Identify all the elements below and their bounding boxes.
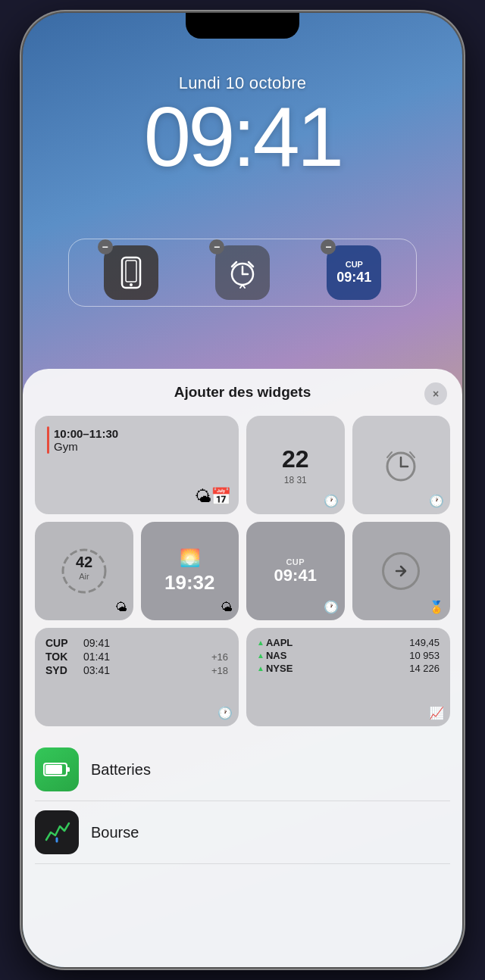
weather-icon-cal: 🌤 xyxy=(195,487,211,507)
wc-row-2: TOK 01:41 +16 xyxy=(45,651,228,663)
clock-icon-sm-3: 🕐 xyxy=(324,600,339,614)
svg-text:Air: Air xyxy=(79,572,89,581)
bourse-app-icon xyxy=(35,810,79,854)
weather-icon-air: 🌤 xyxy=(115,601,127,614)
world-clock-bar-widget[interactable]: − CUP 09:41 xyxy=(327,245,381,300)
wc-row-1: CUP 09:41 xyxy=(45,637,228,649)
triangle-3: ▲ xyxy=(257,664,264,673)
stock-val-3: 14 226 xyxy=(409,663,440,674)
stock-name-1: ▲AAPL xyxy=(257,637,409,648)
world-clocks-wide-widget[interactable]: CUP 09:41 TOK 01:41 +16 SYD 03:41 +18 xyxy=(35,628,239,726)
batteries-app-icon xyxy=(35,747,79,791)
wc-city-1: CUP xyxy=(45,637,83,649)
stock-row-2: ▲NAS 10 953 xyxy=(257,650,440,661)
lock-screen: Lundi 10 octobre 09:41 − − xyxy=(23,13,462,967)
arrow-icon xyxy=(390,560,411,582)
alarm-icon xyxy=(226,256,259,289)
wc-row-3: SYD 03:41 +18 xyxy=(45,664,228,676)
number-widget[interactable]: 22 18 31 🕐 xyxy=(246,416,345,514)
wc-time-3: 03:41 xyxy=(83,664,211,676)
battery-icon-svg xyxy=(43,762,70,777)
wc-city-3: SYD xyxy=(45,664,83,676)
alarm-widget[interactable]: − xyxy=(215,245,270,300)
stock-val-1: 149,45 xyxy=(409,637,440,648)
world-clock-sm-widget[interactable]: CUP 09:41 🕐 xyxy=(246,522,345,620)
arrow-widget[interactable]: 🏅 xyxy=(352,522,451,620)
app-item-batteries[interactable]: Batteries xyxy=(35,738,450,801)
stocks-wide-widget[interactable]: ▲AAPL 149,45 ▲NAS 10 953 ▲NYSE xyxy=(246,628,450,726)
world-sm-time: 09:41 xyxy=(274,566,317,585)
wc-city-2: TOK xyxy=(45,651,83,663)
wc-time-1: 09:41 xyxy=(83,637,228,649)
svg-rect-1 xyxy=(126,261,136,282)
svg-text:42: 42 xyxy=(76,554,92,570)
sub-numbers: 18 31 xyxy=(284,475,307,485)
svg-rect-19 xyxy=(45,765,62,774)
triangle-2: ▲ xyxy=(257,651,264,660)
wc-offset-3: +18 xyxy=(211,665,228,676)
triangle-1: ▲ xyxy=(257,638,264,647)
widget-bar: − − xyxy=(68,239,417,307)
bourse-app-name: Bourse xyxy=(91,824,139,841)
calendar-widget[interactable]: 10:00–11:30 Gym 🌤 📅 xyxy=(35,416,239,514)
wc-time-2: 01:41 xyxy=(83,651,211,663)
minus-badge-1[interactable]: − xyxy=(98,239,113,254)
iphone-widget[interactable]: − xyxy=(104,245,158,300)
sheet-title: Ajouter des widgets xyxy=(174,384,311,401)
bottom-sheet: Ajouter des widgets × 10:00–11:30 Gym 🌤 … xyxy=(23,369,462,967)
world-clock-city: CUP xyxy=(346,260,363,270)
wc-offset-2: +16 xyxy=(211,651,228,663)
stock-val-2: 10 953 xyxy=(409,650,440,661)
iphone-icon xyxy=(115,256,147,289)
minus-badge-3[interactable]: − xyxy=(321,239,336,254)
svg-rect-20 xyxy=(67,767,70,772)
air-ring: 42 Air xyxy=(58,545,111,598)
stock-row-3: ▲NYSE 14 226 xyxy=(257,663,440,674)
widget-grid: 10:00–11:30 Gym 🌤 📅 22 18 31 🕐 xyxy=(23,410,462,732)
weather-widget-time: 19:32 xyxy=(164,571,215,595)
app-item-bourse[interactable]: Bourse xyxy=(35,801,450,864)
app-list: Batteries Bourse xyxy=(23,732,462,870)
time-label: 09:41 xyxy=(23,95,462,179)
chart-icon: 📈 xyxy=(429,706,444,720)
weather-icon-top: 🌅 xyxy=(180,548,200,568)
minus-badge-2[interactable]: − xyxy=(209,239,224,254)
cal-event: Gym xyxy=(54,440,118,453)
weather-time-widget[interactable]: 🌅 19:32 🌤 xyxy=(141,522,239,620)
arrow-circle xyxy=(382,552,420,590)
svg-point-2 xyxy=(130,283,133,286)
calendar-bar xyxy=(47,426,49,454)
close-button[interactable]: × xyxy=(424,382,447,405)
calendar-icon: 📅 xyxy=(211,487,231,507)
air-quality-widget[interactable]: 42 Air 🌤 xyxy=(35,522,133,620)
clock-icon-wc: 🕐 xyxy=(217,706,233,720)
batteries-app-name: Batteries xyxy=(91,761,151,779)
big-number: 22 xyxy=(282,445,309,473)
calendar-content: 10:00–11:30 Gym xyxy=(54,427,118,453)
clock-icon-sm-1: 🕐 xyxy=(324,494,339,508)
phone-frame: Lundi 10 octobre 09:41 − − xyxy=(23,13,462,967)
cal-time: 10:00–11:30 xyxy=(54,427,118,440)
world-clock-time: 09:41 xyxy=(336,270,371,286)
stock-row-1: ▲AAPL 149,45 xyxy=(257,637,440,648)
sheet-header: Ajouter des widgets × xyxy=(23,369,462,410)
alarm-round-icon xyxy=(378,442,424,488)
stock-name-3: ▲NYSE xyxy=(257,663,409,674)
notch xyxy=(186,13,299,39)
clock-icon-sm-2: 🕐 xyxy=(429,494,444,508)
alarm-round-widget[interactable]: 🕐 xyxy=(352,416,451,514)
stock-name-2: ▲NAS xyxy=(257,650,409,661)
activity-icon: 🏅 xyxy=(429,600,444,614)
weather-icon-bot: 🌤 xyxy=(221,601,233,614)
stocks-icon-svg xyxy=(43,819,70,846)
